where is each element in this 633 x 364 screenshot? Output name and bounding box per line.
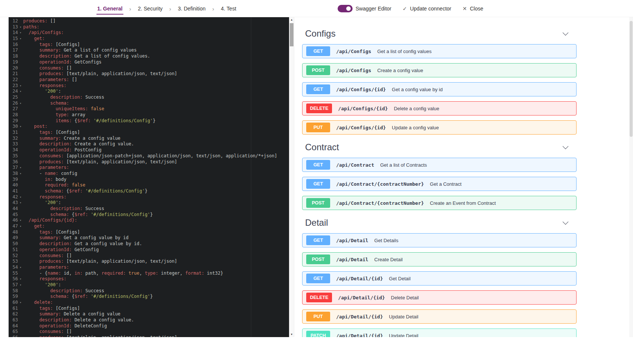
code-line[interactable]: 54▾ parameters: — [9, 265, 289, 271]
fold-marker-icon[interactable]: ▾ — [18, 30, 23, 36]
operation-row[interactable]: PATCH/api/Detail/{id}Update Detail — [302, 328, 577, 337]
operation-row[interactable]: DELETE/api/Detail/{id}Delete Detail — [302, 290, 577, 305]
code-line[interactable]: 32 summary: Create a config value — [9, 136, 289, 142]
code-line[interactable]: 55 - {name: id, in: path, required: true… — [9, 271, 289, 277]
operation-row[interactable]: POST/api/ConfigsCreate a config value — [302, 63, 577, 77]
scroll-up-arrow-icon[interactable]: ▲ — [289, 17, 294, 22]
code-line[interactable]: 31 tags: [Configs] — [9, 130, 289, 136]
operation-row[interactable]: GET/api/Contract/{contractNumber}Get a C… — [302, 177, 577, 191]
operation-row[interactable]: PUT/api/Configs/{id}Update a config valu… — [302, 120, 577, 135]
fold-marker-icon[interactable]: ▾ — [18, 101, 23, 107]
code-line[interactable]: 29 items: {$ref: '#/definitions/Config'} — [9, 118, 289, 124]
code-line[interactable]: 24▾ '200': — [9, 89, 289, 95]
code-line[interactable]: 63 description: Delete a config value. — [9, 317, 289, 323]
code-line[interactable]: 21 produces: [text/plain, application/js… — [9, 71, 289, 77]
code-line[interactable]: 40 required: false — [9, 182, 289, 188]
operation-row[interactable]: GET/api/ConfigsGet a list of config valu… — [302, 44, 577, 58]
code-line[interactable]: 49 summary: Get a config value by id — [9, 235, 289, 241]
fold-marker-icon[interactable]: ▾ — [18, 83, 23, 89]
code-line[interactable]: 64 operationId: DeleteConfig — [9, 323, 289, 329]
code-line[interactable]: 47▾ get: — [9, 223, 289, 229]
fold-marker-icon[interactable]: ▾ — [18, 300, 23, 306]
code-line[interactable]: 43▾ '200': — [9, 200, 289, 206]
code-line[interactable]: 62 summary: Delete a config value — [9, 311, 289, 317]
wizard-step-test[interactable]: 4. Test — [220, 0, 237, 17]
operation-row[interactable]: GET/api/DetailGet Details — [302, 233, 577, 247]
fold-marker-icon[interactable]: ▾ — [18, 282, 23, 288]
fold-marker-icon[interactable]: ▾ — [18, 24, 23, 30]
fold-marker-icon[interactable]: ▾ — [18, 265, 23, 271]
code-line[interactable]: 34 operationId: PostConfig — [9, 147, 289, 153]
code-line[interactable]: 51 operationId: GetConfig — [9, 247, 289, 253]
wizard-step-definition[interactable]: 3. Definition — [177, 0, 206, 17]
code-line[interactable]: 52 consumes: [] — [9, 253, 289, 259]
code-line[interactable]: 65 consumes: [] — [9, 329, 289, 335]
editor-scrollbar[interactable]: ▲ ▼ — [289, 17, 294, 337]
fold-marker-icon[interactable]: ▾ — [18, 171, 23, 177]
operation-row[interactable]: DELETE/api/Configs/{id}Delete a config v… — [302, 101, 577, 115]
collapse-chevron-icon[interactable] — [563, 30, 569, 36]
code-line[interactable]: 39 in: body — [9, 177, 289, 183]
code-line[interactable]: 59 schema: {$ref: '#/definitions/Config'… — [9, 294, 289, 300]
operation-row[interactable]: GET/api/Detail/{id}Get Detail — [302, 271, 577, 286]
collapse-chevron-icon[interactable] — [563, 219, 569, 225]
code-line[interactable]: 60▾ delete: — [9, 300, 289, 306]
fold-marker-icon[interactable]: ▾ — [18, 194, 23, 200]
operation-row[interactable]: GET/api/Configs/{id}Get a config value b… — [302, 82, 577, 96]
scroll-down-arrow-icon[interactable]: ▼ — [289, 332, 294, 337]
code-line[interactable]: 19 operationId: GetConfigs — [9, 59, 289, 65]
code-line[interactable]: 58 description: Success — [9, 288, 289, 294]
code-line[interactable]: 53 produces: [text/plain, application/js… — [9, 259, 289, 265]
operation-row[interactable]: POST/api/Contract/{contractNumber}Create… — [302, 196, 577, 210]
code-line[interactable]: 17 summary: Get a list of config values — [9, 47, 289, 53]
fold-marker-icon[interactable]: ▾ — [18, 218, 23, 223]
fold-marker-icon[interactable]: ▾ — [18, 89, 23, 95]
operation-row[interactable]: PUT/api/Detail/{id}Update Detail — [302, 309, 577, 324]
code-line[interactable]: 22 parameters: [] — [9, 77, 289, 83]
fold-marker-icon[interactable]: ▾ — [18, 124, 23, 130]
code-line[interactable]: 25 description: Success — [9, 95, 289, 101]
fold-marker-icon[interactable]: ▾ — [18, 200, 23, 206]
wizard-step-security[interactable]: 2. Security — [137, 0, 163, 17]
swagger-editor-toggle[interactable]: Swagger Editor — [338, 5, 391, 12]
code-line[interactable]: 41 schema: {$ref: '#/definitions/Config'… — [9, 188, 289, 194]
code-line[interactable]: 56▾ responses: — [9, 276, 289, 282]
code-line[interactable]: 45 schema: {$ref: '#/definitions/Config'… — [9, 212, 289, 218]
code-line[interactable]: 16 tags: [Configs] — [9, 42, 289, 48]
code-line[interactable]: 18 description: Get a list of config val… — [9, 53, 289, 59]
code-line[interactable]: 36 produces: [text/plain, application/js… — [9, 159, 289, 165]
wizard-step-general[interactable]: 1. General — [96, 0, 123, 17]
code-line[interactable]: 37▾ parameters: — [9, 165, 289, 171]
collapse-chevron-icon[interactable] — [563, 143, 569, 149]
code-line[interactable]: 15▾ get: — [9, 36, 289, 42]
code-line[interactable]: 48 tags: [Configs] — [9, 229, 289, 235]
code-line[interactable]: 38▾ - name: config — [9, 171, 289, 177]
code-line[interactable]: 23▾ responses: — [9, 83, 289, 89]
editor-scrollbar-thumb[interactable] — [290, 23, 294, 46]
code-line[interactable]: 57▾ '200': — [9, 282, 289, 288]
code-line[interactable]: 13▾paths: — [9, 24, 289, 30]
fold-marker-icon[interactable]: ▾ — [18, 223, 23, 229]
code-line[interactable]: 30▾ post: — [9, 124, 289, 130]
fold-marker-icon[interactable]: ▾ — [18, 36, 23, 42]
code-line[interactable]: 42▾ responses: — [9, 194, 289, 200]
update-connector-button[interactable]: ✓ Update connector — [403, 6, 451, 12]
code-line[interactable]: 20 consumes: [] — [9, 65, 289, 71]
code-line[interactable]: 12produces: [] — [9, 18, 289, 24]
code-line[interactable]: 35 consumes: [application/json-patch+jso… — [9, 153, 289, 159]
toggle-switch-icon[interactable] — [338, 5, 353, 12]
preview-scrollbar-thumb[interactable] — [630, 21, 633, 137]
code-line[interactable]: 66 produces: [text/plain, application/js… — [9, 335, 289, 337]
code-line[interactable]: 50 description: Get a config value by id… — [9, 241, 289, 247]
fold-marker-icon[interactable]: ▾ — [18, 276, 23, 282]
code-line[interactable]: 33 description: Create a config value. — [9, 141, 289, 147]
operation-row[interactable]: GET/api/ContractGet a list of Contracts — [302, 158, 577, 172]
code-line[interactable]: 27 uniqueItems: false — [9, 106, 289, 112]
preview-scrollbar[interactable] — [629, 17, 633, 337]
swagger-code-editor[interactable]: 12produces: []13▾paths:14▾ /api/Configs:… — [9, 17, 289, 337]
close-button[interactable]: ✕ Close — [463, 6, 483, 12]
operation-row[interactable]: POST/api/DetailCreate Detail — [302, 252, 577, 266]
code-line[interactable]: 28 type: array — [9, 112, 289, 118]
code-line[interactable]: 44 description: Success — [9, 206, 289, 212]
fold-marker-icon[interactable]: ▾ — [18, 165, 23, 171]
